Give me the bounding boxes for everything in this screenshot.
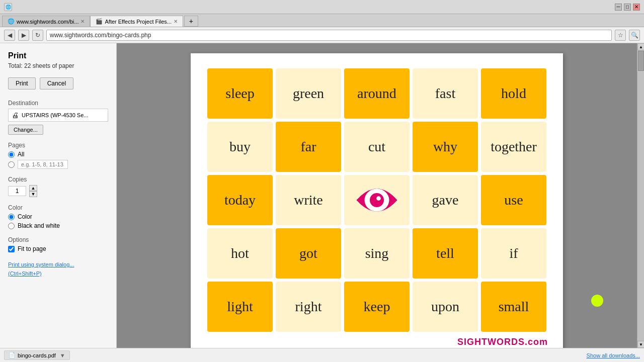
bingo-cell: around [344, 68, 410, 119]
bingo-cell: use [481, 175, 546, 225]
tab-aftereffects[interactable]: 🎬 After Effects Project Files... ✕ [90, 16, 183, 27]
download-close-button[interactable]: ▼ [60, 352, 65, 358]
color-radio[interactable] [8, 214, 15, 220]
tab-sightwords[interactable]: 🌐 www.sightwords.com/bi... ✕ [2, 16, 90, 27]
tab-label-ae: After Effects Project Files... [105, 19, 171, 25]
bw-radio[interactable] [8, 223, 15, 229]
status-bar: 📄 bingo-cards.pdf ▼ Show all downloads..… [0, 348, 644, 362]
bingo-cell: write [276, 175, 341, 225]
minimize-button[interactable]: ─ [615, 4, 622, 11]
print-button[interactable]: Print [8, 77, 36, 89]
destination-label: Destination [8, 100, 108, 107]
download-icon: 📄 [9, 352, 16, 358]
color-label: Color [8, 204, 108, 211]
printer-icon: 🖨 [12, 111, 19, 119]
address-bar[interactable]: www.sightwords.com/bingo-cards.php [46, 30, 612, 41]
bingo-cell: green [276, 68, 341, 119]
svg-point-2 [376, 196, 381, 201]
bingo-cell: right [276, 282, 341, 332]
bingo-cell: fast [413, 68, 478, 119]
nav-bar: ◀ ▶ ↻ www.sightwords.com/bingo-cards.php… [0, 27, 644, 43]
download-item: 📄 bingo-cards.pdf ▼ [4, 350, 70, 360]
download-filename: bingo-cards.pdf [18, 352, 56, 358]
copies-input[interactable] [8, 186, 26, 196]
tab-label: www.sightwords.com/bi... [17, 19, 78, 25]
scroll-down-button[interactable]: ▼ [637, 341, 644, 348]
pages-custom-option[interactable] [8, 160, 108, 169]
bingo-cell: cut [344, 122, 410, 172]
pages-all-option[interactable]: All [8, 151, 108, 158]
sightwords-logo: SIGHTWORDS.com [457, 337, 548, 347]
tab-favicon-ae: 🎬 [96, 18, 103, 25]
copies-row: Copies ▲ ▼ [8, 176, 108, 197]
pages-all-radio[interactable] [8, 151, 15, 158]
pages-custom-input[interactable] [18, 160, 68, 169]
color-radio-group: Color Black and white [8, 213, 108, 229]
bingo-cell: keep [344, 282, 410, 332]
destination-name: UPSTAIRS (WP-4530 Se... [22, 112, 88, 118]
bingo-cell: why [413, 122, 478, 172]
color-row: Color Color Black and white [8, 204, 108, 229]
scrollbar[interactable]: ▲ ▼ [637, 43, 644, 348]
search-button[interactable]: 🔍 [629, 30, 640, 41]
print-panel: Print Total: 22 sheets of paper Print Ca… [0, 43, 117, 348]
bingo-cell: upon [413, 282, 478, 332]
destination-row: Destination 🖨 UPSTAIRS (WP-4530 Se... Ch… [8, 100, 108, 135]
page-content: sleepgreenaroundfastholdbuyfarcutwhytoge… [117, 43, 637, 348]
change-destination-button[interactable]: Change... [8, 125, 43, 135]
bingo-cell: hot [207, 228, 273, 279]
pages-custom-radio[interactable] [8, 161, 15, 168]
bingo-cell: sleep [207, 68, 273, 119]
bookmark-button[interactable]: ☆ [615, 30, 626, 41]
maximize-button[interactable]: □ [624, 4, 631, 11]
cancel-button[interactable]: Cancel [40, 77, 73, 89]
tab-favicon: 🌐 [8, 18, 15, 25]
bingo-cell: small [481, 282, 546, 332]
bingo-cell [344, 175, 410, 225]
tab-close-ae[interactable]: ✕ [174, 19, 178, 24]
bingo-cell: far [276, 122, 341, 172]
browser-icon: 🌐 [4, 3, 12, 11]
options-row: Options Fit to page [8, 236, 108, 252]
bingo-cell: tell [413, 228, 478, 279]
back-button[interactable]: ◀ [4, 30, 15, 41]
bingo-cell: hold [481, 68, 546, 119]
copies-decrement-button[interactable]: ▼ [29, 191, 37, 197]
title-bar: 🌐 ─ □ ✕ [0, 0, 644, 14]
bingo-cell: sing [344, 228, 410, 279]
bw-option[interactable]: Black and white [8, 222, 108, 229]
bingo-cell: got [276, 228, 341, 279]
bingo-grid: sleepgreenaroundfastholdbuyfarcutwhytoge… [207, 68, 546, 332]
bingo-page: sleepgreenaroundfastholdbuyfarcutwhytoge… [191, 53, 563, 348]
free-space-eye-icon [354, 183, 399, 218]
pages-label: Pages [8, 142, 108, 149]
pages-row: Pages All [8, 142, 108, 169]
browser-window: 🌐 ─ □ ✕ 🌐 www.sightwords.com/bi... ✕ 🎬 A… [0, 0, 644, 362]
color-option[interactable]: Color [8, 213, 108, 220]
bingo-cell: gave [413, 175, 478, 225]
copies-label: Copies [8, 176, 108, 183]
fit-to-page-option[interactable]: Fit to page [8, 245, 108, 252]
forward-button[interactable]: ▶ [18, 30, 29, 41]
new-tab-button[interactable]: + [184, 16, 198, 27]
fit-to-page-checkbox[interactable] [8, 246, 15, 252]
destination-box: 🖨 UPSTAIRS (WP-4530 Se... [8, 109, 108, 122]
print-subtitle: Total: 22 sheets of paper [8, 62, 108, 69]
print-buttons: Print Cancel [8, 77, 108, 89]
copies-stepper: ▲ ▼ [29, 185, 37, 197]
tab-bar: 🌐 www.sightwords.com/bi... ✕ 🎬 After Eff… [0, 14, 644, 27]
copies-controls: ▲ ▼ [8, 185, 108, 197]
bingo-cell: light [207, 282, 273, 332]
bingo-cell: buy [207, 122, 273, 172]
show-downloads-link[interactable]: Show all downloads... [587, 352, 640, 358]
copies-increment-button[interactable]: ▲ [29, 185, 37, 191]
close-button[interactable]: ✕ [633, 4, 640, 11]
address-text: www.sightwords.com/bingo-cards.php [50, 32, 151, 39]
system-dialog-link[interactable]: Print using system dialog... (Ctrl+Shift… [8, 261, 74, 277]
scroll-up-button[interactable]: ▲ [637, 43, 644, 50]
reload-button[interactable]: ↻ [32, 30, 43, 41]
tab-close-sightwords[interactable]: ✕ [80, 19, 85, 24]
scrollbar-thumb[interactable] [638, 51, 644, 71]
pages-radio-group: All [8, 151, 108, 169]
print-title: Print [8, 51, 108, 60]
